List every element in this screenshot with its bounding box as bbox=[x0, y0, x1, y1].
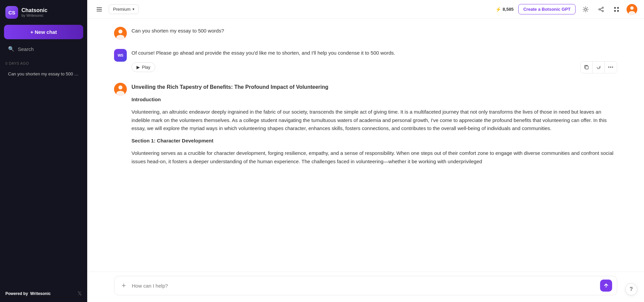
message-row-user-2: Unveiling the Rich Tapestry of Benefits:… bbox=[114, 83, 617, 170]
svg-rect-8 bbox=[617, 7, 619, 9]
app-title: Chatsonic bbox=[21, 7, 47, 13]
svg-rect-9 bbox=[614, 10, 616, 12]
svg-rect-2 bbox=[97, 11, 102, 11]
lightning-icon: ⚡ bbox=[495, 7, 501, 12]
powered-by-text: Powered by Writesonic bbox=[5, 291, 51, 296]
svg-point-6 bbox=[602, 10, 603, 12]
bot-avatar-1: WS bbox=[114, 49, 127, 62]
send-button[interactable] bbox=[600, 280, 612, 292]
help-icon: ? bbox=[630, 286, 633, 292]
app-logo-icon: CS bbox=[5, 6, 18, 19]
grid-icon bbox=[613, 6, 620, 12]
header: Premium ▾ ⚡ 8,585 Create a Botsonic GPT bbox=[87, 0, 644, 19]
more-options-button[interactable]: ••• bbox=[605, 62, 617, 73]
refresh-button[interactable] bbox=[593, 62, 605, 73]
user-message-1: Can you shorten my essay to 500 words? bbox=[131, 27, 617, 39]
sidebar-chat-item[interactable]: Can you shorten my essay to 500 wor... bbox=[3, 68, 85, 80]
play-label: Play bbox=[142, 65, 150, 70]
credits-value: 8,585 bbox=[503, 7, 514, 12]
sidebar-section-label: 0 DAYS AGO bbox=[0, 61, 87, 68]
svg-rect-17 bbox=[585, 66, 588, 69]
sidebar-bottom: Powered by Writesonic 𝕏 bbox=[0, 285, 87, 302]
share-icon bbox=[598, 6, 604, 12]
svg-rect-1 bbox=[97, 9, 102, 10]
app-subtitle: by Writesonic bbox=[21, 13, 47, 17]
attach-button[interactable]: + bbox=[119, 281, 128, 290]
user-avatar-icon-2 bbox=[114, 83, 127, 96]
sidebar-toggle-button[interactable] bbox=[94, 4, 105, 15]
gear-icon bbox=[582, 6, 589, 13]
svg-rect-0 bbox=[97, 7, 102, 8]
action-group: ••• bbox=[580, 61, 617, 73]
bot-message-1: Of course! Please go ahead and provide t… bbox=[131, 49, 617, 73]
send-icon bbox=[603, 283, 609, 288]
user-avatar-1 bbox=[114, 27, 127, 40]
header-right: ⚡ 8,585 Create a Botsonic GPT bbox=[495, 4, 637, 15]
svg-rect-7 bbox=[614, 7, 616, 9]
plus-icon: + bbox=[122, 281, 126, 290]
sidebar-logo: CS Chatsonic by Writesonic bbox=[0, 0, 87, 25]
share-button[interactable] bbox=[596, 4, 606, 15]
message-row-user-1: Can you shorten my essay to 500 words? bbox=[114, 27, 617, 40]
chat-input[interactable] bbox=[132, 283, 597, 289]
app-logo-text: Chatsonic by Writesonic bbox=[21, 7, 47, 17]
copy-button[interactable] bbox=[581, 62, 593, 73]
main-content: Premium ▾ ⚡ 8,585 Create a Botsonic GPT bbox=[87, 0, 644, 302]
play-icon: ▶ bbox=[137, 65, 140, 70]
refresh-icon bbox=[596, 65, 601, 70]
search-button[interactable]: 🔍 Search bbox=[4, 42, 83, 56]
copy-icon bbox=[584, 65, 589, 70]
create-botsonic-button[interactable]: Create a Botsonic GPT bbox=[518, 4, 576, 14]
help-button[interactable]: ? bbox=[625, 283, 637, 295]
premium-label: Premium bbox=[113, 7, 130, 12]
message-actions-1: ▶ Play bbox=[131, 61, 617, 73]
user-message-2: Unveiling the Rich Tapestry of Benefits:… bbox=[131, 83, 617, 170]
svg-point-4 bbox=[602, 7, 603, 8]
sidebar-toggle-icon bbox=[96, 6, 103, 13]
chevron-down-icon: ▾ bbox=[132, 7, 135, 11]
apps-grid-button[interactable] bbox=[611, 4, 622, 15]
user-avatar[interactable] bbox=[627, 4, 637, 15]
input-container: + bbox=[114, 276, 617, 295]
more-icon: ••• bbox=[608, 65, 614, 70]
user-avatar-icon bbox=[114, 27, 127, 40]
chat-area[interactable]: Can you shorten my essay to 500 words? W… bbox=[87, 19, 644, 271]
play-button[interactable]: ▶ Play bbox=[131, 62, 155, 72]
user-avatar-2 bbox=[114, 83, 127, 96]
premium-dropdown[interactable]: Premium ▾ bbox=[109, 4, 139, 14]
search-label: Search bbox=[18, 46, 34, 52]
new-chat-button[interactable]: + New chat bbox=[4, 25, 83, 39]
sidebar: CS Chatsonic by Writesonic + New chat 🔍 … bbox=[0, 0, 87, 302]
svg-point-15 bbox=[118, 29, 122, 34]
svg-point-12 bbox=[630, 6, 634, 10]
twitter-icon[interactable]: 𝕏 bbox=[77, 290, 82, 297]
svg-point-3 bbox=[585, 8, 587, 10]
svg-point-19 bbox=[118, 85, 122, 89]
credits-badge: ⚡ 8,585 bbox=[495, 7, 514, 12]
svg-rect-10 bbox=[617, 10, 619, 12]
svg-point-5 bbox=[599, 9, 600, 10]
user-avatar-image bbox=[627, 4, 637, 15]
search-icon: 🔍 bbox=[8, 46, 14, 52]
settings-button[interactable] bbox=[580, 4, 591, 15]
input-area: + bbox=[87, 271, 644, 302]
message-row-bot-1: WS Of course! Please go ahead and provid… bbox=[114, 49, 617, 73]
